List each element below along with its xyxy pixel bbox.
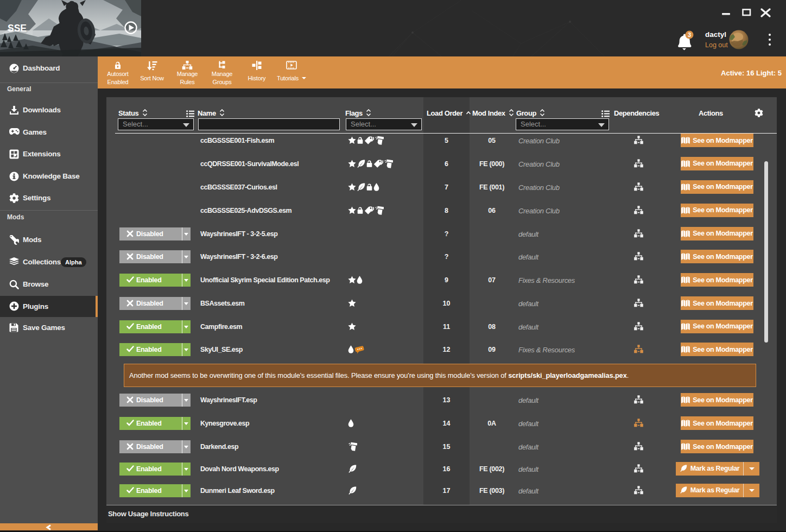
svg-text:3: 3 (688, 31, 691, 38)
svg-text:dactyl: dactyl (705, 30, 726, 39)
svg-text:SSE: SSE (8, 23, 27, 34)
svg-text:Log out: Log out (705, 41, 728, 49)
